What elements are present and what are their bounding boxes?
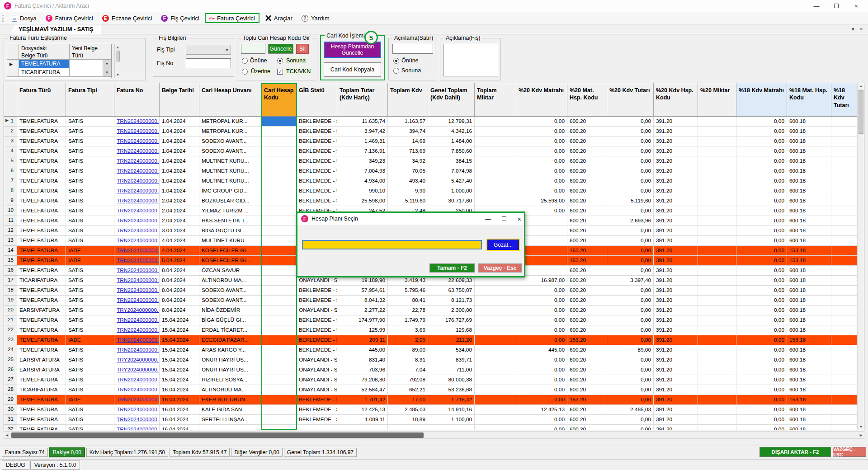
column-header-kdv[interactable]: Toplam Kdv: [388, 83, 428, 116]
tab-yesilmavi-yazilim-satis[interactable]: YEŞİLMAVİ YAZILIM - SATIŞ: [10, 25, 101, 34]
column-header-genel[interactable]: Genel Toplam (Kdv Dahil): [428, 83, 475, 116]
cell-no[interactable]: TRY2024000000...: [114, 355, 160, 365]
cell-kod[interactable]: [262, 385, 297, 395]
cell-n[interactable]: 12: [4, 226, 17, 236]
fatura-no-link[interactable]: TRN2024000000...: [117, 158, 160, 164]
fatura-no-link[interactable]: TRN2024000000...: [117, 178, 160, 184]
hesap-plani-file-input[interactable]: [302, 240, 482, 249]
table-row[interactable]: 25EARSIVFATURASATISTRY2024000000...15.04…: [4, 355, 857, 365]
column-header-kod[interactable]: Cari Hesap Kodu: [262, 83, 297, 116]
cell-n[interactable]: ▶1: [4, 117, 17, 127]
cell-no[interactable]: TRN2024000000...: [114, 345, 160, 355]
mini-grid-combo-2[interactable]: ▾: [70, 68, 111, 77]
cell-n[interactable]: 13: [4, 236, 17, 246]
fatura-no-link[interactable]: TRN2024000000...: [117, 396, 160, 403]
cell-kod[interactable]: [262, 286, 297, 296]
cell-n[interactable]: 11: [4, 216, 17, 226]
cell-n[interactable]: 4: [4, 146, 17, 156]
mini-grid-cell-temelfatura[interactable]: TEMELFATURA: [19, 60, 70, 68]
table-row[interactable]: 24TEMELFATURASATISTRN2024000000...15.04.…: [4, 345, 857, 355]
cell-n[interactable]: 19: [4, 296, 17, 306]
aciklama-fis-textarea[interactable]: [443, 44, 498, 76]
guncelle-button[interactable]: Güncelle: [268, 44, 293, 54]
cell-no[interactable]: TRN2024000000...: [114, 127, 160, 136]
column-header-m20[interactable]: %20 Kdv Matrahı: [516, 83, 567, 116]
column-header-k20[interactable]: %20 Kdv Hsp. Kodu: [654, 83, 698, 116]
cell-n[interactable]: 32: [4, 425, 17, 430]
menu-item-yardim[interactable]: ? Yardım: [297, 14, 334, 23]
close-icon[interactable]: ×: [846, 0, 866, 12]
menu-item-fis-cevirici[interactable]: F Fiş Çevirici: [156, 14, 204, 23]
cell-n[interactable]: 28: [4, 385, 17, 395]
cell-kod[interactable]: [262, 355, 297, 365]
cell-n[interactable]: 9: [4, 196, 17, 206]
vertical-scrollbar[interactable]: ▲ ▼: [857, 83, 864, 430]
cell-n[interactable]: 24: [4, 345, 17, 355]
cell-kod[interactable]: [262, 186, 297, 196]
cell-no[interactable]: TRN2024000000...: [114, 176, 160, 186]
table-row[interactable]: 31TEMELFATURASATISTRN2024000000...16.04.…: [4, 415, 857, 425]
sil-button[interactable]: Sil: [296, 44, 309, 54]
cell-no[interactable]: TRY2024000000...: [114, 365, 160, 375]
chevron-down-icon[interactable]: ▾: [103, 60, 111, 68]
cell-no[interactable]: TRN2024000000...: [114, 206, 160, 216]
cell-kod[interactable]: [262, 266, 297, 276]
cell-no[interactable]: TRN2024000000...: [114, 296, 160, 306]
vazgec-esc-main-button[interactable]: VAZGEÇ - ESC: [833, 447, 866, 457]
fatura-no-link[interactable]: TRN2024000000...: [117, 297, 160, 303]
fatura-no-link[interactable]: TRN2024000000...: [117, 188, 160, 194]
fatura-no-link[interactable]: TRN2024000000...: [117, 327, 160, 333]
scroll-right-icon[interactable]: ►: [859, 433, 863, 437]
menu-item-efatura-cevirici[interactable]: ℮- Fatura Çevirici: [205, 13, 259, 23]
cell-n[interactable]: 3: [4, 136, 17, 146]
cell-kod[interactable]: [262, 176, 297, 186]
cell-n[interactable]: 15: [4, 256, 17, 266]
table-row[interactable]: 8TEMELFATURASATISTRN2024000000...1.04.20…: [4, 186, 857, 196]
cell-n[interactable]: 29: [4, 395, 17, 405]
table-row[interactable]: 5TEMELFATURASATISTRN2024000000...1.04.20…: [4, 156, 857, 166]
cell-no[interactable]: TRN2024000000...: [114, 246, 160, 256]
radio-onune-satir[interactable]: Önüne: [393, 57, 419, 64]
dialog-maximize-icon[interactable]: [502, 216, 506, 221]
cell-kod[interactable]: [262, 276, 297, 286]
cell-kod[interactable]: [262, 405, 297, 415]
cell-no[interactable]: TRN2024000000...: [114, 196, 160, 206]
fatura-no-link[interactable]: TRN2024000000...: [117, 138, 160, 144]
column-header-h20[interactable]: %20 Mat. Hsp. Kodu: [567, 83, 607, 116]
cell-kod[interactable]: [262, 345, 297, 355]
fatura-no-link[interactable]: TRN2024000000...: [117, 257, 160, 263]
table-row[interactable]: 27TEMELFATURASATISTRN2024000000...15.04.…: [4, 375, 857, 385]
menu-item-eczane-cevirici[interactable]: E Eczane Çevirici: [98, 14, 157, 23]
cell-no[interactable]: TRN2024000000...: [114, 146, 160, 156]
column-header-tarih[interactable]: Belge Tarihi: [160, 83, 199, 116]
menu-item-fatura-cevirici[interactable]: F Fatura Çevirici: [41, 14, 98, 23]
fis-no-input[interactable]: [186, 58, 231, 68]
minimize-icon[interactable]: —: [807, 0, 826, 12]
column-header-gib[interactable]: GİB Statü: [297, 83, 337, 116]
tab-list-dropdown-icon[interactable]: ▾: [852, 26, 854, 32]
column-header-unvan[interactable]: Cari Hesap Unvanı: [199, 83, 262, 116]
table-row[interactable]: 7TEMELFATURASATISTRN2024000000...1.04.20…: [4, 176, 857, 186]
cell-kod[interactable]: [262, 216, 297, 226]
fatura-no-link[interactable]: TRN2024000000...: [117, 128, 160, 134]
cell-n[interactable]: 6: [4, 166, 17, 176]
mini-grid-combo-1[interactable]: ▾: [70, 60, 111, 68]
dialog-close-icon[interactable]: ×: [517, 215, 521, 223]
fatura-no-link[interactable]: TRN2024000000...: [117, 197, 160, 204]
cell-no[interactable]: TRN2024000000...: [114, 415, 160, 425]
column-header-tipi[interactable]: Fatura Tipi: [66, 83, 114, 116]
column-header-tutar[interactable]: Toplam Tutar (Kdv Hariç): [337, 83, 388, 116]
fatura-no-link[interactable]: TRN2024000000...: [117, 237, 160, 244]
fatura-no-link[interactable]: TRN2024000000...: [117, 168, 160, 174]
table-row[interactable]: 6TEMELFATURASATISTRN2024000000...1.04.20…: [4, 166, 857, 176]
table-row[interactable]: ▶1TEMELFATURASATISTRN2024000000...1.04.2…: [4, 117, 857, 127]
cell-n[interactable]: 25: [4, 355, 17, 365]
cell-no[interactable]: TRN2024000000...: [114, 236, 160, 246]
table-row[interactable]: 18TEMELFATURASATISTRN2024000000...8.04.2…: [4, 286, 857, 296]
cell-kod[interactable]: [262, 365, 297, 375]
table-row[interactable]: 4TEMELFATURASATISTRN2024000000...1.04.20…: [4, 146, 857, 156]
radio-sonuna[interactable]: Sonuna: [277, 57, 307, 64]
cell-kod[interactable]: [262, 395, 297, 405]
mini-grid-cell-ticarifatura[interactable]: TICARIFATURA: [19, 68, 70, 77]
maximize-icon[interactable]: [826, 0, 846, 12]
